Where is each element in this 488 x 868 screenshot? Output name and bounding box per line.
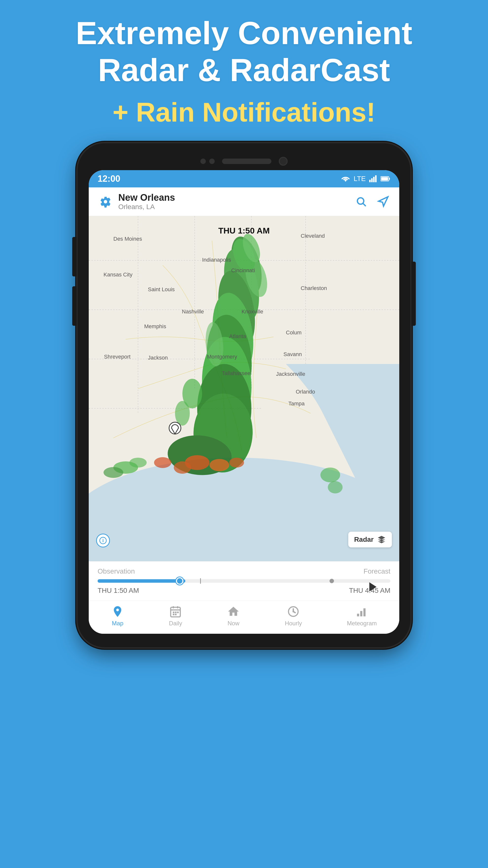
nav-item-meteogram[interactable]: Meteogram xyxy=(347,605,377,627)
svg-point-38 xyxy=(209,459,229,471)
phone-wrapper: 12:00 LTE xyxy=(0,143,488,647)
timeline-start-time: THU 1:50 AM xyxy=(98,587,139,594)
svg-point-40 xyxy=(229,458,244,468)
now-nav-icon xyxy=(227,605,240,618)
location-sub: Orleans, LA xyxy=(118,203,349,211)
bottom-nav: Map Daily xyxy=(89,600,399,634)
app-header: New Orleans Orleans, LA xyxy=(89,187,399,216)
timeline-end-dot xyxy=(329,579,334,583)
timeline-area: Observation Forecast THU 1:50 AM THU 4:4… xyxy=(89,561,399,600)
svg-rect-56 xyxy=(173,612,174,613)
status-icons: LTE xyxy=(341,175,390,183)
meteogram-nav-icon xyxy=(355,605,368,618)
notch-camera xyxy=(279,157,288,166)
svg-point-64 xyxy=(293,611,294,613)
timeline-progress xyxy=(98,579,185,583)
notch-dot-1 xyxy=(200,159,206,164)
battery-icon xyxy=(381,176,390,182)
map-svg xyxy=(89,216,399,561)
hourly-nav-icon xyxy=(287,605,300,618)
header-section: Extremely Convenient Radar & RadarCast +… xyxy=(0,0,488,138)
status-bar: 12:00 LTE xyxy=(89,170,399,187)
hourly-nav-label: Hourly xyxy=(285,620,302,627)
svg-marker-51 xyxy=(369,582,376,592)
notch-dot-2 xyxy=(209,159,215,164)
timeline-times: THU 1:50 AM THU 4:45 AM xyxy=(98,587,390,594)
settings-button[interactable] xyxy=(98,194,113,210)
daily-nav-label: Daily xyxy=(169,620,182,627)
meteogram-nav-label: Meteogram xyxy=(347,620,377,627)
timeline-divider xyxy=(200,578,201,584)
svg-point-35 xyxy=(175,401,190,426)
svg-point-45 xyxy=(328,481,343,493)
svg-point-42 xyxy=(103,467,123,478)
location-name: New Orleans xyxy=(118,192,349,203)
nav-item-now[interactable]: Now xyxy=(227,605,240,627)
svg-point-44 xyxy=(320,468,340,482)
map-nav-label: Map xyxy=(112,620,124,627)
phone-notch xyxy=(89,157,399,166)
signal-icon xyxy=(369,175,377,182)
timeline-wrapper: THU 1:50 AM THU 4:45 AM xyxy=(98,579,390,594)
svg-point-37 xyxy=(174,461,191,474)
info-button[interactable] xyxy=(96,534,110,548)
now-nav-label: Now xyxy=(227,620,239,627)
svg-rect-58 xyxy=(177,612,179,613)
svg-rect-12 xyxy=(89,500,399,561)
map-nav-icon xyxy=(111,605,124,618)
svg-rect-3 xyxy=(375,175,377,182)
header-actions xyxy=(354,194,390,209)
notch-speaker xyxy=(222,159,271,164)
lte-indicator: LTE xyxy=(354,175,366,183)
status-time: 12:00 xyxy=(98,174,120,184)
nav-item-map[interactable]: Map xyxy=(111,605,124,627)
search-button[interactable] xyxy=(354,194,369,209)
svg-point-39 xyxy=(154,457,171,468)
svg-rect-66 xyxy=(360,611,363,617)
svg-rect-57 xyxy=(175,612,177,613)
radar-layers-button[interactable]: Radar xyxy=(348,532,392,548)
svg-rect-2 xyxy=(373,177,375,182)
settings-icon xyxy=(100,196,111,208)
radar-label: Radar xyxy=(354,536,373,544)
gps-button[interactable] xyxy=(376,194,390,209)
observation-label: Observation xyxy=(98,567,135,575)
nav-item-hourly[interactable]: Hourly xyxy=(285,605,302,627)
forecast-label: Forecast xyxy=(363,567,390,575)
timeline-current-dot xyxy=(176,577,183,585)
notch-dots xyxy=(200,159,215,164)
gps-icon xyxy=(377,196,389,208)
play-button[interactable] xyxy=(364,578,382,595)
layers-icon xyxy=(377,535,386,544)
svg-rect-1 xyxy=(371,178,373,182)
header-title: Extremely Convenient Radar & RadarCast xyxy=(20,15,468,89)
svg-rect-67 xyxy=(363,608,366,617)
map-timestamp: THU 1:50 AM xyxy=(218,226,270,236)
svg-rect-60 xyxy=(175,614,177,616)
svg-rect-0 xyxy=(369,180,371,182)
timeline-bar[interactable] xyxy=(98,579,390,583)
svg-rect-65 xyxy=(357,614,359,617)
phone-screen: 12:00 LTE xyxy=(89,170,399,634)
svg-line-8 xyxy=(363,204,366,206)
svg-marker-9 xyxy=(379,197,388,206)
svg-point-43 xyxy=(129,458,147,468)
phone-device: 12:00 LTE xyxy=(78,143,410,647)
nav-item-daily[interactable]: Daily xyxy=(169,605,182,627)
search-icon xyxy=(355,196,367,208)
daily-nav-icon xyxy=(169,605,182,618)
svg-point-7 xyxy=(357,198,364,204)
wifi-icon xyxy=(341,175,350,182)
location-info: New Orleans Orleans, LA xyxy=(118,192,349,211)
svg-rect-6 xyxy=(381,177,388,181)
svg-rect-5 xyxy=(389,178,390,180)
svg-rect-59 xyxy=(173,614,174,616)
info-icon xyxy=(99,536,107,545)
timeline-labels: Observation Forecast xyxy=(98,567,390,575)
play-icon xyxy=(367,581,379,593)
header-subtitle: + Rain Notifications! xyxy=(20,96,468,128)
map-area[interactable]: Des Moines Cleveland Indianapolis Cincin… xyxy=(89,216,399,561)
